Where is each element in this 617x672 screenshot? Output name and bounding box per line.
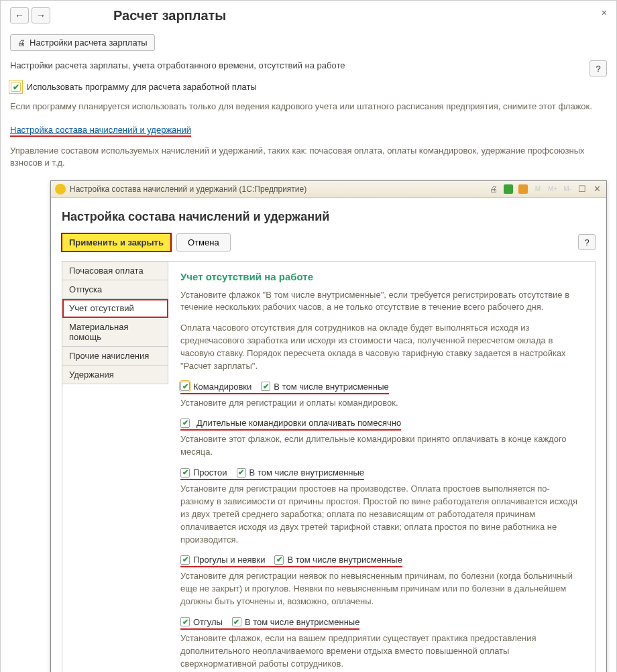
dayoff-checkbox[interactable] xyxy=(180,617,190,626)
tab-absences[interactable]: Учет отсутствий xyxy=(62,299,168,318)
titlebar-m3-icon[interactable]: M- xyxy=(562,184,573,194)
trips-desc: Установите для регистрации и оплаты кома… xyxy=(180,397,583,410)
use-program-label: Использовать программу для расчета зараб… xyxy=(27,82,257,92)
titlebar-calendar-icon[interactable] xyxy=(518,184,528,194)
settings-salary-label: Настройки расчета зарплаты xyxy=(30,38,148,48)
nav-forward-button[interactable]: → xyxy=(32,7,50,23)
long-trips-checkbox[interactable] xyxy=(180,418,190,428)
subtitle: Настройки расчета зарплаты, учета отрабо… xyxy=(10,60,607,70)
arrow-left-icon: ← xyxy=(15,10,24,21)
cancel-button[interactable]: Отмена xyxy=(176,233,231,251)
help-button[interactable]: ? xyxy=(590,60,607,76)
app-1c-icon xyxy=(55,184,66,194)
close-icon[interactable]: × xyxy=(602,7,607,18)
titlebar-m1-icon[interactable]: M xyxy=(532,184,543,194)
tab-other-accruals[interactable]: Прочие начисления xyxy=(62,347,168,366)
tab-vacations[interactable]: Отпуска xyxy=(62,280,168,299)
dayoff-label: Отгулы xyxy=(193,617,223,627)
tab-material-aid[interactable]: Материальная помощь xyxy=(62,318,168,347)
idle-desc: Установите для регистрации простоев на п… xyxy=(180,483,583,546)
tab-deductions[interactable]: Удержания xyxy=(62,366,168,384)
pane-intro: Установите флажок "В том числе внутрисме… xyxy=(180,289,583,315)
tab-hourly[interactable]: Почасовая оплата xyxy=(62,262,168,280)
trips-checkbox[interactable] xyxy=(180,382,190,391)
absent-checkbox[interactable] xyxy=(180,555,190,565)
pane-title: Учет отсутствий на работе xyxy=(180,271,583,282)
nav-back-button[interactable]: ← xyxy=(10,7,29,23)
idle-intra-label: В том числе внутрисменные xyxy=(249,467,364,478)
side-tabs: Почасовая оплата Отпуска Учет отсутствий… xyxy=(62,262,168,672)
dayoff-desc: Установите флажок, если на вашем предпри… xyxy=(180,632,583,671)
dialog-titlebar-text: Настройка состава начислений и удержаний… xyxy=(70,184,306,194)
page-title: Расчет зарплаты xyxy=(113,8,226,23)
tab-pane-absences: Учет отсутствий на работе Установите фла… xyxy=(168,262,595,672)
use-program-desc: Если программу планируется использовать … xyxy=(10,101,607,113)
composition-desc: Управление составом используемых начисле… xyxy=(10,145,607,169)
dayoff-intra-label: В том числе внутрисменные xyxy=(245,617,359,627)
titlebar-calc-icon[interactable] xyxy=(503,184,514,194)
dayoff-intra-checkbox[interactable] xyxy=(232,617,241,626)
trips-intra-label: В том числе внутрисменные xyxy=(274,382,388,392)
absent-label: Прогулы и неявки xyxy=(193,555,265,565)
trips-intra-checkbox[interactable] xyxy=(261,382,270,391)
titlebar-maximize-icon[interactable]: ☐ xyxy=(577,184,587,194)
long-trips-desc: Установите этот флажок, если длительные … xyxy=(180,433,583,459)
composition-settings-link[interactable]: Настройка состава начислений и удержаний xyxy=(10,125,191,137)
dialog-title: Настройка состава начислений и удержаний xyxy=(62,210,596,224)
titlebar-print-icon[interactable] xyxy=(488,184,499,194)
settings-salary-button[interactable]: Настройки расчета зарплаты xyxy=(10,34,155,51)
idle-intra-checkbox[interactable] xyxy=(237,468,246,478)
absent-desc: Установите для регистрации неявок по нев… xyxy=(180,570,583,608)
titlebar-close-icon[interactable]: ✕ xyxy=(592,184,602,194)
idle-checkbox[interactable] xyxy=(180,468,190,478)
apply-close-button[interactable]: Применить и закрыть xyxy=(62,233,171,251)
printer-icon xyxy=(17,38,25,48)
dialog-help-button[interactable]: ? xyxy=(578,234,596,250)
trips-label: Командировки xyxy=(193,382,251,392)
arrow-right-icon: → xyxy=(36,10,46,21)
absent-intra-label: В том числе внутрисменные xyxy=(287,555,402,565)
long-trips-label: Длительные командировки оплачивать помес… xyxy=(197,418,401,428)
absent-intra-checkbox[interactable] xyxy=(274,555,284,565)
dialog-titlebar: Настройка состава начислений и удержаний… xyxy=(51,181,606,198)
use-program-checkbox[interactable] xyxy=(11,82,21,92)
pane-intro2: Оплата часового отсутствия для сотрудник… xyxy=(180,322,583,372)
idle-label: Простои xyxy=(193,467,227,478)
titlebar-m2-icon[interactable]: M+ xyxy=(547,184,558,194)
composition-dialog: Настройка состава начислений и удержаний… xyxy=(50,180,607,672)
